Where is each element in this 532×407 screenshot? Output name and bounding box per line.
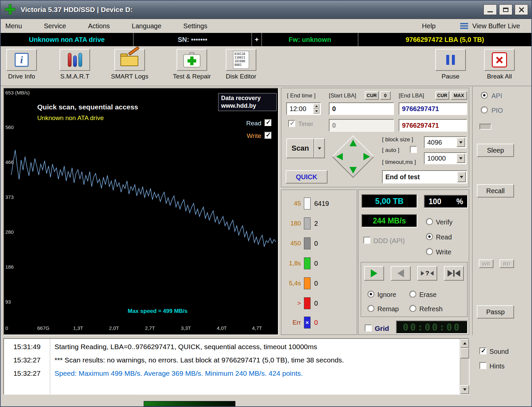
end-time-field[interactable]: 12:00 (286, 102, 321, 115)
titlebar: Victoria 5.37 HDD/SSD | Device D: (1, 1, 531, 19)
smart-logs-icon (114, 49, 145, 71)
scan-button[interactable]: Scan (286, 138, 314, 158)
y-axis-label: 466 (5, 159, 14, 165)
chevron-down-icon[interactable] (457, 172, 466, 182)
start-scan-button[interactable] (364, 266, 384, 281)
log-scrollbar[interactable] (460, 339, 469, 394)
timeout-select[interactable]: 10000 (424, 152, 466, 164)
rd-button[interactable]: RD (499, 259, 514, 268)
erase-radio[interactable] (409, 291, 416, 298)
step-left-icon[interactable] (336, 153, 343, 160)
stat-block (304, 198, 311, 209)
ignore-label: Ignore (377, 291, 396, 299)
block-size-select[interactable]: 4096 (424, 136, 466, 148)
end-lba-secondary-field[interactable]: 9766297471 (399, 119, 467, 132)
scan-dropdown-button[interactable] (314, 138, 325, 158)
ignore-radio[interactable] (367, 291, 374, 298)
pause-button[interactable]: Pause (432, 49, 469, 80)
stat-row-45: 45 6419 (285, 197, 356, 210)
minimize-icon[interactable] (483, 4, 497, 15)
read-radio[interactable] (426, 233, 433, 240)
skip-to-end-button[interactable] (444, 266, 464, 281)
recall-button[interactable]: Recall (477, 184, 514, 198)
hints-checkbox[interactable] (479, 362, 486, 369)
timer-label: Timer (298, 121, 313, 128)
quick-mode-button[interactable]: QUICK (286, 170, 328, 184)
step-right-icon[interactable] (363, 153, 370, 160)
break-all-button[interactable]: Break All (479, 49, 519, 80)
api-radio[interactable] (481, 92, 488, 99)
log-row: 15:32:27 Speed: Maximum 499 MB/s. Averag… (4, 367, 456, 380)
menu-item-menu[interactable]: Menu (1, 22, 27, 30)
passp-button[interactable]: Passp (477, 305, 514, 319)
spin-up-icon[interactable] (313, 104, 320, 109)
window-controls (483, 4, 528, 15)
maximize-icon[interactable] (499, 4, 512, 15)
start-lba-cur-button[interactable]: CUR (365, 91, 379, 100)
start-lba-zero-button[interactable]: 0 (380, 91, 391, 100)
drive-info-button[interactable]: i Drive Info (3, 49, 40, 80)
hints-label: Hints (489, 362, 505, 370)
seek-question-button[interactable]: ? (417, 266, 437, 281)
progress-display: 100 % (424, 195, 468, 208)
verify-radio[interactable] (426, 218, 433, 225)
x-axis-label: 667G (37, 325, 50, 331)
chevron-down-icon[interactable] (457, 138, 465, 147)
disk-editor-button[interactable]: 010110 110011 101000 0001 Disk Editor (219, 49, 263, 80)
wr-button[interactable]: WR (479, 259, 493, 268)
spin-down-icon[interactable] (313, 109, 320, 114)
drive-info-icon: i (6, 49, 37, 71)
y-axis-label: 186 (5, 264, 14, 270)
refresh-label: Refresh (419, 305, 443, 313)
read-series-checkbox[interactable] (264, 119, 271, 126)
back-icon (397, 269, 404, 277)
sleep-button[interactable]: Sleep (477, 144, 514, 157)
timer-checkbox[interactable] (288, 120, 295, 127)
chevron-down-icon[interactable] (457, 154, 465, 163)
scrollbar-thumb[interactable] (460, 348, 469, 358)
menu-item-settings[interactable]: Settings (179, 22, 212, 30)
scroll-down-icon[interactable] (460, 385, 469, 394)
speed-chart (4, 88, 278, 335)
smart-logs-button[interactable]: SMART Logs (106, 49, 153, 80)
grid-checkbox[interactable] (365, 325, 372, 332)
scroll-up-icon[interactable] (460, 339, 469, 348)
end-lba-input[interactable]: 9766297471 (399, 102, 467, 115)
refresh-radio[interactable] (409, 305, 416, 312)
menu-item-view-buffer-live[interactable]: View Buffer Live (472, 22, 520, 30)
menu-item-service[interactable]: Service (39, 22, 71, 30)
timer-value-field[interactable]: 0 (329, 119, 394, 132)
end-of-test-select[interactable]: End of test (382, 170, 467, 184)
test-repair-button[interactable]: Test & Repair (167, 49, 217, 80)
end-lba-max-button[interactable]: MAX (451, 91, 467, 100)
log-row: 15:31:49 Starting Reading, LBA=0..976629… (4, 340, 456, 353)
step-back-button[interactable] (391, 266, 411, 281)
timeout-label: [ timeout,ms ] (382, 159, 416, 166)
step-down-icon[interactable] (349, 167, 357, 174)
sound-checkbox[interactable] (479, 347, 486, 354)
block-size-label: [ block size ] (382, 136, 413, 143)
stat-block (304, 297, 311, 309)
pause-icon (435, 49, 466, 71)
play-icon (371, 269, 377, 277)
menu-item-language[interactable]: Language (127, 22, 166, 30)
write-series-checkbox[interactable] (264, 132, 271, 139)
end-lba-cur-button[interactable]: CUR (435, 91, 449, 100)
status-meter (144, 401, 235, 406)
start-lba-input[interactable]: 0 (329, 102, 394, 115)
auto-checkbox[interactable] (410, 146, 417, 153)
mode-indicator (479, 124, 491, 130)
x-axis-label: 2,0T (109, 325, 119, 331)
close-icon[interactable] (515, 4, 528, 15)
step-up-icon[interactable] (349, 140, 357, 146)
menu-item-help[interactable]: Help (417, 22, 440, 30)
remap-radio[interactable] (367, 305, 374, 312)
ddd-checkbox[interactable] (363, 237, 370, 244)
pio-radio[interactable] (481, 106, 488, 113)
write-radio[interactable] (426, 248, 433, 255)
menu-item-actions[interactable]: Actions (83, 22, 115, 30)
smart-button[interactable]: S.M.A.R.T (57, 49, 93, 80)
expand-plus-button[interactable]: + (252, 33, 262, 46)
graph-subtitle: Unknown non ATA drive (37, 114, 104, 122)
capacity-lba: 9766297472 LBA (5,0 TB) (358, 33, 531, 46)
